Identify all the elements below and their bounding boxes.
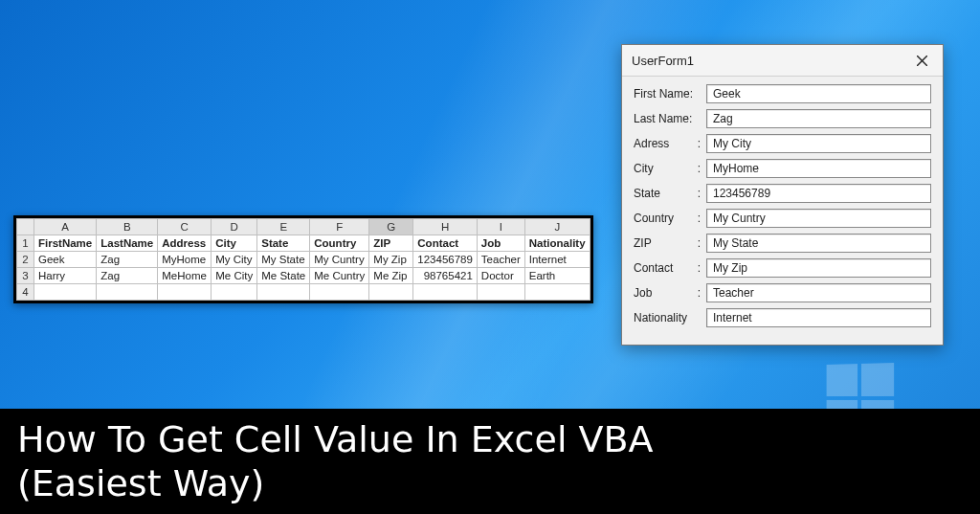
cell[interactable] — [413, 284, 478, 301]
cell[interactable]: Zag — [97, 268, 158, 284]
col-letter[interactable]: A — [34, 219, 97, 235]
row-number[interactable]: 2 — [17, 252, 34, 268]
table-row: 2 Geek Zag MyHome My City My State My Cu… — [17, 252, 590, 268]
col-letter[interactable]: C — [158, 219, 212, 235]
row-number[interactable]: 1 — [17, 235, 34, 252]
caption-line-1: How To Get Cell Value In Excel VBA — [17, 418, 963, 462]
cell[interactable]: My Cuntry — [310, 252, 369, 268]
cell[interactable]: Me City — [212, 268, 257, 284]
column-letters-row: A B C D E F G H I J — [17, 219, 590, 235]
cell[interactable]: Me State — [257, 268, 310, 284]
form-row: Last Name: — [634, 109, 931, 128]
col-letter[interactable]: G — [369, 219, 413, 235]
form-row: Nationality — [634, 308, 931, 327]
form-label: ZIP: — [634, 236, 706, 250]
form-row: City: — [634, 159, 931, 178]
cell[interactable] — [477, 284, 524, 301]
nationality-input[interactable] — [706, 308, 931, 327]
row-number[interactable]: 4 — [17, 284, 34, 301]
cell[interactable]: Teacher — [477, 252, 524, 268]
cell[interactable]: Me Cuntry — [310, 268, 369, 284]
table-row: 1 FirstName LastName Address City State … — [17, 235, 590, 252]
col-letter[interactable]: E — [257, 219, 310, 235]
cell[interactable]: Me Zip — [369, 268, 413, 284]
cell[interactable] — [257, 284, 310, 301]
userform-titlebar[interactable]: UserForm1 — [622, 45, 943, 77]
col-letter[interactable]: J — [524, 219, 590, 235]
table-row: 3 Harry Zag MeHome Me City Me State Me C… — [17, 268, 590, 284]
cell[interactable]: Internet — [524, 252, 590, 268]
form-label: Adress: — [634, 137, 706, 150]
cell[interactable]: My Zip — [369, 252, 413, 268]
cell[interactable]: 123456789 — [413, 252, 478, 268]
col-letter[interactable]: I — [477, 219, 524, 235]
cell[interactable]: MyHome — [158, 252, 212, 268]
form-row: Job: — [634, 283, 931, 302]
col-letter[interactable]: H — [413, 219, 478, 235]
col-letter[interactable]: B — [97, 219, 158, 235]
form-label: State: — [634, 187, 706, 200]
form-row: Adress: — [634, 134, 931, 153]
row-number[interactable]: 3 — [17, 268, 34, 284]
country-input[interactable] — [706, 209, 931, 228]
table-row: 4 — [17, 284, 590, 301]
close-button[interactable] — [908, 51, 935, 70]
col-letter[interactable]: F — [310, 219, 369, 235]
address-input[interactable] — [706, 134, 931, 153]
cell[interactable]: State — [257, 235, 310, 252]
cell[interactable]: Zag — [97, 252, 158, 268]
job-input[interactable] — [706, 283, 931, 302]
userform-body: First Name: Last Name: Adress: City: Sta… — [622, 77, 943, 345]
cell[interactable]: Doctor — [477, 268, 524, 284]
cell[interactable]: 98765421 — [413, 268, 478, 284]
cell[interactable]: City — [212, 235, 257, 252]
excel-sheet-panel: A B C D E F G H I J 1 FirstName LastName… — [13, 215, 593, 303]
city-input[interactable] — [706, 159, 931, 178]
form-row: State: — [634, 184, 931, 203]
contact-input[interactable] — [706, 258, 931, 278]
form-label: Contact: — [634, 261, 706, 275]
cell[interactable]: Nationality — [524, 235, 590, 252]
cell[interactable]: Address — [158, 235, 212, 252]
col-letter[interactable]: D — [212, 219, 257, 235]
cell[interactable] — [524, 284, 590, 301]
userform-title: UserForm1 — [632, 54, 694, 68]
cell[interactable]: MeHome — [158, 268, 212, 284]
form-label: Nationality — [634, 311, 706, 324]
cell[interactable] — [369, 284, 413, 301]
form-row: ZIP: — [634, 234, 931, 253]
cell[interactable]: My State — [257, 252, 310, 268]
cell[interactable]: My City — [212, 252, 257, 268]
first-name-input[interactable] — [706, 84, 931, 103]
form-label: Last Name: — [634, 112, 706, 125]
caption-line-2: (Easiest Way) — [17, 462, 963, 506]
cell[interactable]: Geek — [34, 252, 97, 268]
cell[interactable]: Earth — [524, 268, 590, 284]
form-row: First Name: — [634, 84, 931, 103]
zip-input[interactable] — [706, 234, 931, 253]
form-label: City: — [634, 162, 706, 175]
cell[interactable] — [34, 284, 97, 301]
select-all-cell[interactable] — [17, 219, 34, 235]
cell[interactable]: Job — [477, 235, 524, 252]
form-label: Country: — [634, 212, 706, 225]
cell[interactable] — [310, 284, 369, 301]
cell[interactable]: Harry — [34, 268, 97, 284]
last-name-input[interactable] — [706, 109, 931, 128]
cell[interactable]: Country — [310, 235, 369, 252]
cell[interactable]: LastName — [97, 235, 158, 252]
cell[interactable] — [158, 284, 212, 301]
form-row: Country: — [634, 209, 931, 228]
spreadsheet-table[interactable]: A B C D E F G H I J 1 FirstName LastName… — [16, 218, 590, 301]
userform-window: UserForm1 First Name: Last Name: Adress:… — [621, 44, 944, 346]
page-title-banner: How To Get Cell Value In Excel VBA (Easi… — [0, 409, 980, 514]
form-label: First Name: — [634, 87, 706, 101]
cell[interactable]: Contact — [413, 235, 478, 252]
cell[interactable] — [97, 284, 158, 301]
close-icon — [917, 56, 927, 66]
cell[interactable] — [212, 284, 257, 301]
form-row: Contact: — [634, 258, 931, 278]
cell[interactable]: ZIP — [369, 235, 413, 252]
cell[interactable]: FirstName — [34, 235, 97, 252]
state-input[interactable] — [706, 184, 931, 203]
